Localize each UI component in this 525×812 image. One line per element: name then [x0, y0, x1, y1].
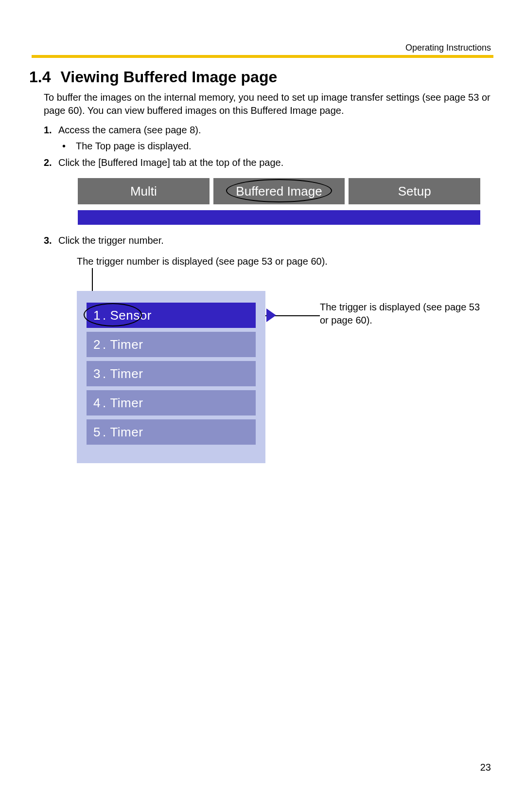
steps-list: 1. Access the camera (see page 8). • The… — [44, 123, 496, 558]
trigger-item-num: 5 — [93, 425, 101, 440]
dot-sep: . — [103, 396, 110, 411]
trigger-item-num: 3 — [93, 366, 101, 381]
section-number: 1.4 — [29, 68, 51, 86]
tab-buffered-image[interactable]: Buffered Image — [213, 178, 345, 204]
dot-sep: . — [103, 425, 110, 440]
step-item: 3. Click the trigger number. — [44, 234, 496, 247]
trigger-item-num: 2 — [93, 337, 101, 352]
tab-label: Setup — [398, 184, 431, 199]
trigger-item-5[interactable]: 5. Timer — [87, 419, 256, 445]
step-text: Access the camera (see page 8). — [58, 123, 201, 137]
tab-label: Buffered Image — [236, 184, 322, 199]
dot-sep: . — [103, 308, 110, 323]
trigger-item-2[interactable]: 2. Timer — [87, 332, 256, 357]
trigger-item-label: Timer — [110, 425, 143, 440]
section-heading: 1.4Viewing Buffered Image page — [29, 68, 496, 86]
step-sub-text: The Top page is displayed. — [76, 141, 192, 152]
step-text: Click the [Buffered Image] tab at the to… — [58, 156, 283, 169]
document-page: Operating Instructions 1.4Viewing Buffer… — [0, 0, 525, 812]
tab-underline-bar — [78, 210, 480, 225]
header-label: Operating Instructions — [405, 43, 491, 53]
trigger-item-1[interactable]: 1. Sensor — [87, 303, 256, 328]
step-number: 3. — [44, 234, 58, 247]
trigger-item-3[interactable]: 3. Timer — [87, 361, 256, 386]
trigger-item-num: 4 — [93, 396, 101, 411]
trigger-item-label: Sensor — [110, 308, 151, 323]
step-item: 2. Click the [Buffered Image] tab at the… — [44, 156, 496, 169]
section-title: Viewing Buffered Image page — [60, 68, 277, 86]
play-arrow-icon — [266, 308, 276, 322]
tab-setup[interactable]: Setup — [349, 178, 480, 204]
trigger-callout-right: The trigger is displayed (see page 53 or… — [320, 301, 490, 327]
dot-sep: . — [103, 337, 110, 352]
tab-multi[interactable]: Multi — [78, 178, 210, 204]
trigger-figure: The trigger number is displayed (see pag… — [77, 266, 496, 558]
tabs-figure: Multi Buffered Image Setup — [78, 178, 480, 225]
step-text: Click the trigger number. — [58, 234, 164, 247]
trigger-caption-top: The trigger number is displayed (see pag… — [77, 256, 328, 267]
tab-label: Multi — [130, 184, 157, 199]
step-sub-item: • The Top page is displayed. — [62, 141, 496, 152]
trigger-panel: 1. Sensor 2. Timer 3. Timer 4. Timer 5. … — [77, 291, 265, 463]
trigger-item-4[interactable]: 4. Timer — [87, 390, 256, 415]
step-number: 1. — [44, 123, 58, 137]
header-divider — [32, 55, 493, 58]
section-intro: To buffer the images on the internal mem… — [44, 91, 496, 117]
bullet-icon: • — [62, 141, 76, 152]
trigger-item-num: 1 — [93, 308, 101, 323]
step-item: 1. Access the camera (see page 8). — [44, 123, 496, 137]
dot-sep: . — [103, 366, 110, 381]
trigger-item-label: Timer — [110, 396, 143, 411]
page-number: 23 — [480, 762, 491, 773]
trigger-item-label: Timer — [110, 337, 143, 352]
tab-row: Multi Buffered Image Setup — [78, 178, 480, 204]
step-number: 2. — [44, 156, 58, 169]
trigger-item-label: Timer — [110, 366, 143, 381]
